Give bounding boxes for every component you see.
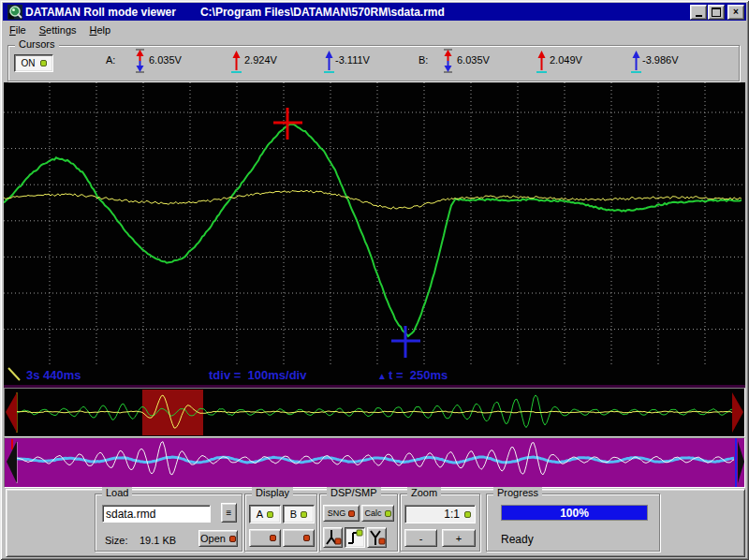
min-cursor-icon	[630, 49, 642, 74]
delta-t-value: t = 250ms	[389, 368, 448, 382]
zoom-ratio-value: 1:1	[444, 508, 460, 521]
b-min-value: -3.986V	[642, 54, 679, 66]
display-d-toggle[interactable]	[283, 529, 315, 547]
zoom-out-button[interactable]: -	[404, 529, 437, 547]
display-c-toggle[interactable]	[249, 529, 281, 547]
open-button[interactable]: Open	[198, 530, 238, 547]
display-d-led	[303, 535, 310, 541]
trigger-fall-button[interactable]	[323, 527, 343, 548]
a-min-value: -3.111V	[335, 54, 370, 66]
control-panel: Load ≡ Size: 19.1 KB Open Display A B DS…	[6, 489, 745, 557]
load-group-label: Load	[102, 487, 132, 498]
zoom-group: Zoom 1:1 - +	[400, 494, 480, 552]
file-list-button[interactable]: ≡	[221, 503, 237, 523]
sng-button[interactable]: SNG	[323, 505, 360, 522]
minimize-button[interactable]	[690, 5, 707, 20]
zoom-in-label: +	[456, 533, 462, 544]
open-led	[229, 536, 236, 542]
view-window-region[interactable]	[142, 390, 203, 435]
sng-button-label: SNG	[328, 508, 346, 518]
delta-marker-icon: ▲	[377, 371, 387, 381]
display-b-led	[301, 511, 307, 518]
scope-status-bar: 3s 440ms tdiv = 100ms/div ▲ t = 250ms	[4, 365, 745, 385]
app-icon[interactable]	[7, 5, 22, 20]
peak-to-peak-icon	[134, 49, 146, 74]
cursors-on-label: ON	[22, 58, 36, 68]
size-value: 19.1 KB	[140, 535, 176, 546]
overview-ab-canvas[interactable]	[5, 389, 744, 436]
zoom-group-label: Zoom	[407, 487, 441, 498]
scroll-right-marker[interactable]	[738, 441, 744, 483]
maximize-button[interactable]	[708, 5, 725, 20]
overview-strip-ab[interactable]	[4, 388, 745, 437]
cursors-on-led	[40, 60, 47, 66]
menu-bar: File Settings Help	[3, 21, 746, 38]
dsp-smp-group-label: DSP/SMP	[327, 487, 381, 498]
window-file-path: C:\Program Files\DATAMAN\570RM\sdata.rmd	[200, 6, 445, 19]
elapsed-time-value: 3s 440ms	[26, 368, 81, 382]
calc-button[interactable]: Calc	[361, 505, 394, 522]
overview-strip-cd[interactable]	[4, 437, 745, 488]
menu-settings[interactable]: Settings	[33, 22, 83, 37]
progress-bar: 100%	[501, 505, 648, 521]
overview-cd-canvas[interactable]	[5, 438, 744, 487]
status-ready-label: Ready	[501, 533, 534, 546]
window-title: DATAMAN Roll mode viewer	[25, 6, 176, 19]
time-marker-icon	[7, 367, 24, 383]
b-max-value: 2.049V	[550, 54, 582, 66]
scope-waveform-canvas[interactable]	[4, 82, 745, 365]
overview-b-trace	[13, 395, 740, 428]
menu-help[interactable]: Help	[83, 22, 118, 37]
display-a-toggle[interactable]: A	[249, 505, 281, 523]
cursors-on-toggle[interactable]: ON	[14, 54, 53, 72]
close-icon: ×	[733, 7, 739, 18]
edge-step-icon	[345, 528, 364, 547]
max-cursor-icon	[536, 49, 548, 74]
channel-b-label: B:	[419, 54, 428, 66]
zoom-out-label: -	[419, 533, 423, 544]
cursors-group-label: Cursors	[15, 38, 59, 50]
channel-a-trace	[4, 124, 742, 336]
scroll-left-marker[interactable]	[6, 392, 17, 433]
open-button-label: Open	[200, 533, 226, 544]
a-peak-to-peak-value: 6.035V	[149, 54, 182, 66]
tdiv-value: tdiv = 100ms/div	[209, 368, 306, 382]
channel-a-label: A:	[106, 54, 115, 66]
peak-to-peak-icon	[442, 49, 454, 74]
menu-file[interactable]: File	[3, 22, 33, 37]
load-group: Load ≡ Size: 19.1 KB Open	[95, 494, 242, 552]
trigger-rise-button[interactable]	[367, 527, 387, 548]
a-max-value: 2.924V	[244, 54, 277, 66]
dsp-smp-group: DSP/SMP SNG Calc	[319, 494, 398, 552]
dataman-roll-mode-viewer-window: { "window": { "title": "DATAMAN Roll mod…	[0, 0, 749, 560]
zoom-ratio-readout: 1:1	[404, 505, 476, 523]
display-a-label: A	[257, 508, 263, 520]
calc-led	[385, 510, 391, 517]
progress-group: Progress 100% Ready	[486, 494, 660, 552]
scope-display[interactable]	[4, 82, 745, 365]
display-group: Display A B	[244, 494, 317, 552]
display-c-led	[270, 535, 276, 541]
sng-led	[348, 510, 355, 517]
trigger-edge-button[interactable]	[345, 527, 365, 548]
cursors-group: Cursors ON A: 6.035V 2.924V -3.111V B: 6…	[7, 45, 740, 81]
scroll-right-marker[interactable]	[732, 392, 743, 433]
close-button[interactable]: ×	[727, 5, 744, 20]
zoom-in-button[interactable]: +	[442, 529, 476, 547]
list-icon: ≡	[227, 508, 232, 518]
title-bar[interactable]: DATAMAN Roll mode viewer C:\Program File…	[3, 3, 746, 21]
overview-a-trace	[13, 395, 740, 428]
display-group-label: Display	[252, 487, 293, 498]
channel-b-trace	[4, 190, 742, 209]
zoom-led	[464, 511, 471, 518]
min-cursor-icon	[323, 49, 335, 74]
progress-group-label: Progress	[493, 487, 542, 498]
filename-input[interactable]	[102, 505, 211, 523]
y-icon	[368, 528, 386, 547]
progress-percent: 100%	[560, 507, 589, 520]
minimize-icon	[696, 15, 702, 17]
calc-button-label: Calc	[364, 508, 381, 518]
size-label: Size:	[105, 535, 127, 546]
display-b-toggle[interactable]: B	[283, 505, 315, 523]
display-b-label: B	[290, 508, 297, 520]
